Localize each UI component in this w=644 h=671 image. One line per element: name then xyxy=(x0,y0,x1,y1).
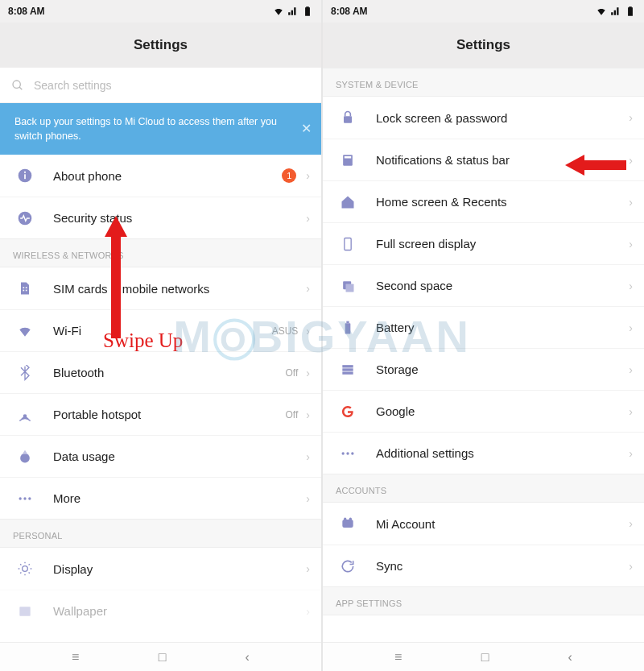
row-label: Notifications & status bar xyxy=(376,153,629,167)
status-bar: 8:08 AM xyxy=(323,0,644,23)
row-full-screen[interactable]: Full screen display › xyxy=(323,222,644,264)
row-mi-account[interactable]: Mi Account › xyxy=(323,503,644,545)
sim-icon xyxy=(14,280,35,296)
row-hotspot[interactable]: Portable hotspot Off › xyxy=(0,393,321,435)
mi-icon xyxy=(337,516,358,532)
status-icons xyxy=(273,6,313,17)
svg-rect-16 xyxy=(19,607,30,616)
row-google[interactable]: Google › xyxy=(323,390,644,432)
more-icon xyxy=(14,491,35,507)
row-label: Data usage xyxy=(53,449,306,463)
signal-icon xyxy=(287,6,299,17)
svg-rect-24 xyxy=(346,321,349,323)
row-label: Bluetooth xyxy=(53,366,286,379)
chevron-right-icon: › xyxy=(629,517,633,530)
nav-home-icon[interactable]: □ xyxy=(481,650,489,665)
svg-rect-26 xyxy=(342,368,353,371)
signal-icon xyxy=(610,6,621,17)
chevron-right-icon: › xyxy=(629,196,633,209)
image-icon xyxy=(14,603,35,619)
chevron-right-icon: › xyxy=(629,154,633,167)
row-value: Off xyxy=(286,409,299,420)
svg-point-33 xyxy=(349,518,352,520)
bluetooth-icon xyxy=(14,365,35,381)
nav-bar: ≡ □ ‹ xyxy=(0,642,321,671)
close-icon[interactable]: ✕ xyxy=(301,120,312,139)
section-app-settings: APP SETTINGS xyxy=(323,586,644,615)
section-system: SYSTEM & DEVICE xyxy=(323,68,644,97)
row-second-space[interactable]: Second space › xyxy=(323,264,644,306)
row-about-phone[interactable]: About phone 1 › xyxy=(0,155,321,197)
row-label: Mi Account xyxy=(376,517,629,531)
svg-point-14 xyxy=(28,497,31,499)
row-label: Full screen display xyxy=(376,237,629,251)
row-security-status[interactable]: Security status › xyxy=(0,197,321,238)
row-label: Security status xyxy=(53,211,306,225)
nav-back-icon[interactable]: ‹ xyxy=(568,650,572,665)
svg-rect-23 xyxy=(345,323,351,333)
row-additional[interactable]: Additional settings › xyxy=(323,432,644,474)
wifi-icon xyxy=(14,323,35,339)
chevron-right-icon: › xyxy=(629,238,633,251)
svg-point-30 xyxy=(351,452,353,454)
svg-rect-22 xyxy=(346,284,354,292)
row-more[interactable]: More › xyxy=(0,477,321,519)
info-icon xyxy=(14,168,35,184)
storage-icon xyxy=(337,362,358,378)
chevron-right-icon: › xyxy=(306,282,310,295)
status-time: 8:08 AM xyxy=(8,6,45,17)
svg-point-32 xyxy=(344,518,346,520)
mi-cloud-banner[interactable]: Back up your settings to Mi Cloud to acc… xyxy=(0,103,321,155)
settings-scroll[interactable]: Search settings Back up your settings to… xyxy=(0,68,321,642)
status-icons xyxy=(596,6,636,17)
nav-back-icon[interactable]: ‹ xyxy=(246,650,250,665)
notifications-icon xyxy=(337,152,358,168)
svg-rect-20 xyxy=(345,238,351,250)
svg-rect-19 xyxy=(345,156,351,159)
svg-rect-27 xyxy=(342,371,353,374)
chevron-right-icon: › xyxy=(306,212,310,225)
row-notifications[interactable]: Notifications & status bar › xyxy=(323,139,644,180)
page-title-text: Settings xyxy=(134,37,188,53)
nav-recents-icon[interactable]: ≡ xyxy=(394,650,402,665)
chevron-right-icon: › xyxy=(306,408,310,421)
svg-rect-6 xyxy=(23,288,25,289)
nav-recents-icon[interactable]: ≡ xyxy=(72,650,79,665)
notification-badge: 1 xyxy=(282,168,296,183)
chevron-right-icon: › xyxy=(306,169,310,182)
search-input[interactable]: Search settings xyxy=(0,68,321,103)
row-label: Wallpaper xyxy=(53,604,306,618)
wifi-icon xyxy=(596,6,607,17)
battery-icon xyxy=(337,320,358,336)
brightness-icon xyxy=(14,561,35,577)
row-wallpaper[interactable]: Wallpaper › xyxy=(0,590,321,632)
section-wireless: WIRELESS & NETWORKS xyxy=(0,238,321,267)
svg-rect-9 xyxy=(26,290,27,292)
row-data-usage[interactable]: Data usage › xyxy=(0,435,321,477)
chevron-right-icon: › xyxy=(306,325,310,338)
svg-rect-8 xyxy=(23,290,25,292)
row-home-recents[interactable]: Home screen & Recents › xyxy=(323,180,644,222)
row-bluetooth[interactable]: Bluetooth Off › xyxy=(0,351,321,393)
row-battery[interactable]: Battery › xyxy=(323,306,644,348)
svg-point-0 xyxy=(13,81,20,88)
settings-scroll[interactable]: SYSTEM & DEVICE Lock screen & password ›… xyxy=(323,68,644,642)
row-sim-cards[interactable]: SIM cards & mobile networks › xyxy=(0,267,321,309)
row-wifi[interactable]: Wi-Fi ASUS › xyxy=(0,309,321,351)
row-lock-screen[interactable]: Lock screen & password › xyxy=(323,97,644,139)
row-sync[interactable]: Sync › xyxy=(323,545,644,586)
row-storage[interactable]: Storage › xyxy=(323,348,644,390)
battery-icon xyxy=(625,6,636,17)
hotspot-icon xyxy=(14,407,35,423)
svg-rect-25 xyxy=(342,365,353,367)
row-display[interactable]: Display › xyxy=(0,548,321,590)
row-label: More xyxy=(53,491,306,505)
status-time: 8:08 AM xyxy=(331,6,368,17)
chevron-right-icon: › xyxy=(629,111,633,124)
chevron-right-icon: › xyxy=(629,363,633,376)
nav-home-icon[interactable]: □ xyxy=(159,650,167,665)
row-label: Additional settings xyxy=(376,446,629,460)
heartbeat-icon xyxy=(14,210,35,226)
sync-icon xyxy=(337,558,358,574)
svg-line-1 xyxy=(19,87,22,89)
